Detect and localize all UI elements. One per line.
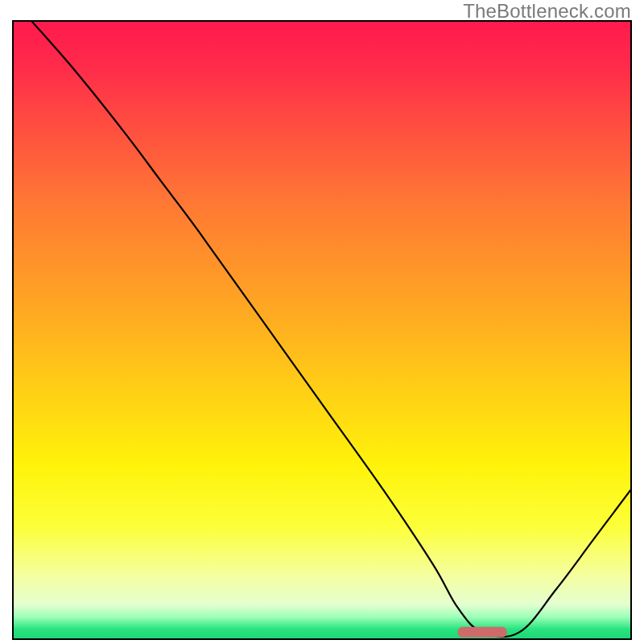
chart-svg	[14, 22, 630, 638]
chart-frame	[12, 20, 632, 640]
gradient-background	[14, 22, 630, 638]
watermark-text: TheBottleneck.com	[463, 0, 631, 23]
optimal-marker	[458, 627, 507, 638]
